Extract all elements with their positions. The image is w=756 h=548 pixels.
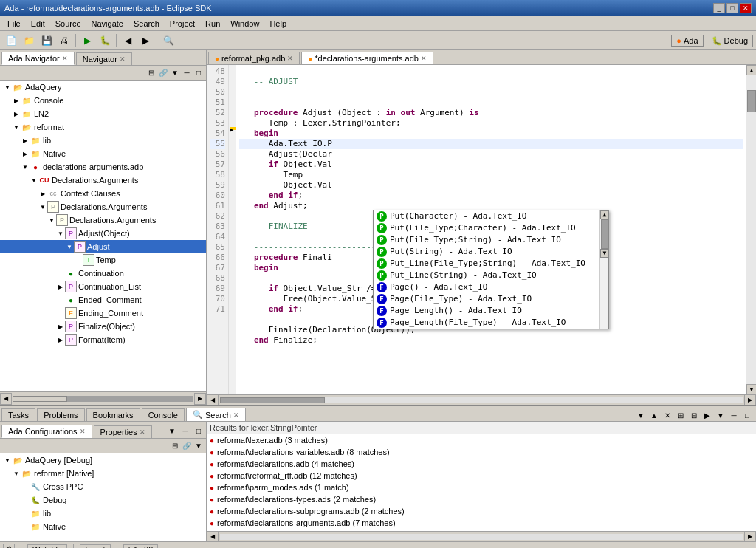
maximize-button[interactable]: □ — [726, 3, 738, 13]
menu-search[interactable]: Search — [129, 18, 164, 29]
search-result-6[interactable]: ● reformat\declarations-subprograms.adb … — [207, 505, 756, 517]
bl-collapse[interactable]: ⊟ — [169, 440, 181, 452]
tree-ended-comment[interactable]: ● Ended_Comment — [0, 293, 206, 306]
tree-console[interactable]: ▶ 📁 Console — [0, 94, 206, 107]
collapse-all-button[interactable]: ⊟ — [145, 67, 157, 79]
toolbar-run[interactable]: ▶ — [79, 32, 95, 49]
tree-decl-args-pkg2[interactable]: ▼ P Declarations.Arguments — [0, 213, 206, 227]
ac-scroll-thumb[interactable] — [601, 219, 608, 249]
search-result-3[interactable]: ● reformat\reformat_rtf.adb (12 matches) — [207, 470, 756, 482]
tree-cross-ppc[interactable]: 🔧 Cross PPC — [0, 480, 206, 493]
link-editor-button[interactable]: 🔗 — [157, 67, 169, 79]
tree-decl-args-pkg[interactable]: ▼ P Declarations.Arguments — [0, 200, 206, 213]
expand-ln2[interactable]: ▶ — [12, 109, 21, 118]
tab-tasks[interactable]: Tasks — [1, 408, 35, 421]
menu-file[interactable]: File — [3, 18, 25, 29]
vscroll-up[interactable]: ▲ — [746, 65, 756, 75]
tree-finalize[interactable]: ▶ P Finalize(Object) — [0, 320, 206, 333]
expand-adaquery[interactable]: ▼ — [3, 83, 12, 92]
menu-source[interactable]: Source — [51, 18, 86, 29]
tree-ending-comment[interactable]: F Ending_Comment — [0, 306, 206, 320]
tree-temp[interactable]: T Temp — [0, 253, 206, 267]
search-prev-btn[interactable]: ▼ — [635, 409, 647, 421]
tree-continuation[interactable]: ● Continuation — [0, 267, 206, 280]
expand-format[interactable]: ▶ — [56, 335, 65, 344]
expand-ended[interactable] — [56, 295, 65, 304]
tree-adjust-proc[interactable]: ▼ P Adjust — [0, 240, 206, 253]
bottom-left-max[interactable]: □ — [193, 425, 205, 436]
menu-edit[interactable]: Edit — [27, 18, 49, 29]
tree-native[interactable]: ▶ 📁 Native — [0, 147, 206, 160]
tree-reformat-native[interactable]: ▼ 📂 reformat [Native] — [0, 467, 206, 480]
tree-context-clauses[interactable]: ▶ cc Context Clauses — [0, 187, 206, 200]
expand-ending[interactable] — [56, 309, 65, 318]
tab-ada-navigator-close[interactable]: ✕ — [62, 55, 68, 62]
toolbar-forward[interactable]: ▶ — [137, 32, 154, 49]
tree-lib-bottom[interactable]: 📁 lib — [0, 507, 206, 520]
tab-reformat-pkg-close[interactable]: ✕ — [287, 55, 293, 62]
close-button[interactable]: ✕ — [740, 3, 752, 13]
expand-reformat-native[interactable]: ▼ — [12, 469, 21, 478]
search-next-btn[interactable]: ▲ — [648, 409, 660, 421]
ac-item-3[interactable]: P Put(String) - Ada.Text_IO — [374, 246, 608, 258]
menu-run[interactable]: Run — [201, 18, 224, 29]
vscroll-thumb[interactable] — [747, 90, 756, 112]
tab-console[interactable]: Console — [142, 408, 185, 421]
code-editor[interactable]: -- ADJUST ------------------------------… — [236, 65, 746, 394]
panel-min-button[interactable]: ─ — [181, 67, 193, 79]
toolbar-print[interactable]: 🖨 — [56, 32, 72, 49]
search-result-7[interactable]: ● reformat\declarations-arguments.adb (7… — [207, 517, 756, 529]
vscroll-down[interactable]: ▼ — [746, 384, 756, 394]
br-scroll-left[interactable]: ◀ — [207, 531, 219, 542]
scroll-thumb[interactable] — [13, 396, 67, 402]
search-result-5[interactable]: ● reformat\declarations-types.ads (2 mat… — [207, 493, 756, 505]
expand-cont-list[interactable]: ▶ — [56, 282, 65, 291]
tab-problems[interactable]: Problems — [37, 408, 84, 421]
tab-declarations-args[interactable]: ● *declarations-arguments.adb ✕ — [301, 52, 433, 64]
ac-item-6[interactable]: F Page() - Ada.Text_IO — [374, 281, 608, 293]
panel-menu-button[interactable]: ▼ — [169, 67, 181, 79]
bl-link[interactable]: 🔗 — [181, 440, 193, 452]
tree-continuation-list[interactable]: ▶ P Continuation_List — [0, 280, 206, 293]
search-menu-btn[interactable]: ▼ — [715, 409, 726, 421]
ada-perspective-badge[interactable]: ● Ada — [671, 35, 703, 47]
bottom-min-btn[interactable]: ─ — [728, 409, 740, 421]
ac-item-1[interactable]: P Put(File_Type;Character) - Ada.Text_IO — [374, 222, 608, 234]
tree-adjust-obj[interactable]: ▼ P Adjust(Object) — [0, 227, 206, 240]
menu-project[interactable]: Project — [165, 18, 199, 29]
tab-search-close[interactable]: ✕ — [233, 411, 239, 419]
tree-format[interactable]: ▶ P Format(Item) — [0, 333, 206, 346]
search-result-4[interactable]: ● reformat\parm_modes.ads (1 match) — [207, 482, 756, 493]
ac-item-9[interactable]: F Page_Length(File_Type) - Ada.Text_IO — [374, 317, 608, 329]
minimize-button[interactable]: _ — [713, 3, 725, 13]
tab-ada-conf-close[interactable]: ✕ — [80, 428, 86, 435]
tree-native-bottom[interactable]: 📁 Native — [0, 520, 206, 533]
expand-decl-file[interactable]: ▼ — [21, 162, 30, 171]
toolbar-save[interactable]: 💾 — [38, 32, 55, 49]
expand-context[interactable]: ▶ — [38, 189, 47, 198]
bottom-max-btn[interactable]: □ — [741, 409, 753, 421]
tab-ada-configurations[interactable]: Ada Configurations ✕ — [1, 425, 92, 438]
editor-scroll-right[interactable]: ▶ — [744, 394, 756, 405]
toolbar-open[interactable]: 📁 — [21, 32, 37, 49]
expand-reformat[interactable]: ▼ — [12, 123, 21, 131]
scroll-left-btn[interactable]: ◀ — [0, 393, 12, 405]
expand-adaquery-debug[interactable]: ▼ — [3, 456, 12, 465]
br-scroll-right[interactable]: ▶ — [744, 531, 756, 542]
ac-item-8[interactable]: F Page_Length() - Ada.Text_IO — [374, 305, 608, 317]
expand-console[interactable]: ▶ — [12, 96, 21, 105]
search-collapse-btn[interactable]: ⊟ — [688, 409, 700, 421]
scroll-right-btn[interactable]: ▶ — [194, 393, 206, 405]
ac-item-5[interactable]: P Put_Line(String) - Ada.Text_IO — [374, 270, 608, 281]
toolbar-search[interactable]: 🔍 — [160, 32, 176, 49]
search-run-again-btn[interactable]: ▶ — [701, 409, 713, 421]
search-result-0[interactable]: ● reformat\lexer.adb (3 matches) — [207, 434, 756, 446]
menu-help[interactable]: Help — [265, 18, 291, 29]
menu-navigate[interactable]: Navigate — [87, 18, 128, 29]
expand-continuation[interactable] — [56, 269, 65, 278]
search-result-1[interactable]: ● reformat\declarations-variables.adb (8… — [207, 446, 756, 458]
editor-hscroll-thumb[interactable] — [220, 397, 325, 403]
tree-cu-decl[interactable]: ▼ CU Declarations.Arguments — [0, 174, 206, 187]
ac-item-7[interactable]: F Page(File_Type) - Ada.Text_IO — [374, 293, 608, 305]
tree-debug-item[interactable]: 🐛 Debug — [0, 493, 206, 507]
